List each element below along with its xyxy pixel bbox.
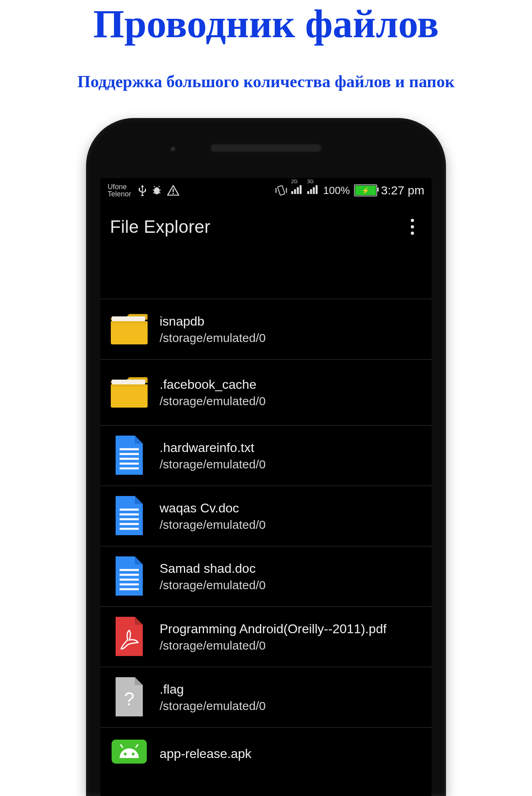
folder-icon xyxy=(109,371,149,414)
file-name: Programming Android(Oreilly--2011).pdf xyxy=(160,622,386,636)
svg-rect-12 xyxy=(112,316,145,321)
overflow-menu-button[interactable] xyxy=(403,213,422,240)
carrier-2: Telenor xyxy=(108,190,131,198)
svg-rect-3 xyxy=(278,186,285,196)
promo-title: Проводник файлов xyxy=(0,0,532,44)
usb-icon xyxy=(138,185,146,196)
promo-subtitle: Поддержка большого количества файлов и п… xyxy=(0,44,532,91)
svg-rect-10 xyxy=(313,187,315,194)
svg-rect-11 xyxy=(316,185,318,194)
signal-2-icon: 3G xyxy=(307,184,319,196)
document-icon xyxy=(109,555,149,598)
list-item[interactable]: .facebook_cache /storage/emulated/0 xyxy=(100,360,432,426)
file-name: .facebook_cache xyxy=(160,377,266,392)
svg-point-0 xyxy=(154,187,160,194)
debug-icon xyxy=(152,185,162,196)
file-path: /storage/emulated/0 xyxy=(160,331,266,345)
list-item-text: waqas Cv.doc /storage/emulated/0 xyxy=(160,501,266,532)
app-bar: File Explorer xyxy=(100,203,432,251)
signal-2-label: 3G xyxy=(307,179,314,184)
file-path: /storage/emulated/0 xyxy=(160,458,266,471)
file-path: /storage/emulated/0 xyxy=(160,699,266,713)
file-path: /storage/emulated/0 xyxy=(160,578,266,592)
status-right: 2G 3G xyxy=(275,184,424,197)
promo-page: Проводник файлов Поддержка большого коли… xyxy=(0,0,532,796)
file-name: Samad shad.doc xyxy=(160,561,266,576)
list-item[interactable]: isnapdb /storage/emulated/0 xyxy=(100,299,432,360)
phone-frame: Ufone Telenor xyxy=(86,118,446,796)
svg-rect-7 xyxy=(300,185,302,194)
list-item[interactable]: Samad shad.doc /storage/emulated/0 xyxy=(100,546,432,607)
apk-icon xyxy=(109,728,149,771)
file-path: /storage/emulated/0 xyxy=(160,639,386,652)
phone-speaker xyxy=(210,144,322,152)
file-name: isnapdb xyxy=(160,314,266,329)
warning-icon xyxy=(167,185,179,196)
svg-rect-6 xyxy=(297,187,299,194)
file-name: waqas Cv.doc xyxy=(160,501,266,516)
svg-rect-8 xyxy=(307,191,309,194)
vibrate-icon xyxy=(275,185,287,196)
list-gap xyxy=(100,251,432,299)
svg-point-31 xyxy=(124,753,127,756)
file-path: /storage/emulated/0 xyxy=(160,394,266,408)
unknown-file-icon: ? xyxy=(109,676,149,719)
file-name: .flag xyxy=(160,682,266,697)
file-list[interactable]: isnapdb /storage/emulated/0 xyxy=(100,299,432,772)
svg-rect-1 xyxy=(173,189,174,192)
list-item-text: app-release.apk xyxy=(160,738,251,761)
carrier-labels: Ufone Telenor xyxy=(108,183,131,198)
app-title: File Explorer xyxy=(110,217,210,237)
svg-point-32 xyxy=(132,753,135,756)
battery-pct: 100% xyxy=(323,184,350,197)
list-item-text: Samad shad.doc /storage/emulated/0 xyxy=(160,561,266,592)
status-bar: Ufone Telenor xyxy=(100,178,432,203)
phone-screen: Ufone Telenor xyxy=(100,178,432,796)
file-name: .hardwareinfo.txt xyxy=(160,440,266,455)
svg-text:?: ? xyxy=(124,688,134,709)
phone-camera-icon xyxy=(170,146,177,153)
list-item-text: .flag /storage/emulated/0 xyxy=(160,682,266,713)
list-item-text: .facebook_cache /storage/emulated/0 xyxy=(160,377,266,408)
file-path: /storage/emulated/0 xyxy=(160,518,266,532)
svg-rect-2 xyxy=(173,193,174,194)
list-item-text: isnapdb /storage/emulated/0 xyxy=(160,314,266,345)
svg-rect-5 xyxy=(294,189,296,194)
document-icon xyxy=(109,494,149,538)
battery-icon: ⚡ xyxy=(354,184,377,196)
signal-1-label: 2G xyxy=(291,179,298,184)
list-item-text: Programming Android(Oreilly--2011).pdf /… xyxy=(160,622,386,652)
carrier-1: Ufone xyxy=(108,183,131,190)
clock: 3:27 pm xyxy=(381,184,424,197)
signal-1-icon: 2G xyxy=(291,184,303,196)
list-item[interactable]: waqas Cv.doc /storage/emulated/0 xyxy=(100,486,432,546)
status-left: Ufone Telenor xyxy=(108,183,179,198)
list-item[interactable]: Programming Android(Oreilly--2011).pdf /… xyxy=(100,607,432,667)
file-name: app-release.apk xyxy=(160,738,251,761)
folder-icon xyxy=(109,308,149,351)
pdf-icon xyxy=(109,615,149,658)
svg-rect-9 xyxy=(310,189,312,194)
overflow-icon xyxy=(411,219,414,235)
svg-rect-4 xyxy=(291,191,293,194)
document-icon xyxy=(109,434,149,477)
svg-rect-13 xyxy=(112,380,145,384)
list-item[interactable]: .hardwareinfo.txt /storage/emulated/0 xyxy=(100,426,432,486)
list-item[interactable]: ? .flag /storage/emulated/0 xyxy=(100,667,432,728)
list-item-text: .hardwareinfo.txt /storage/emulated/0 xyxy=(160,440,266,471)
list-item[interactable]: app-release.apk xyxy=(100,728,432,772)
